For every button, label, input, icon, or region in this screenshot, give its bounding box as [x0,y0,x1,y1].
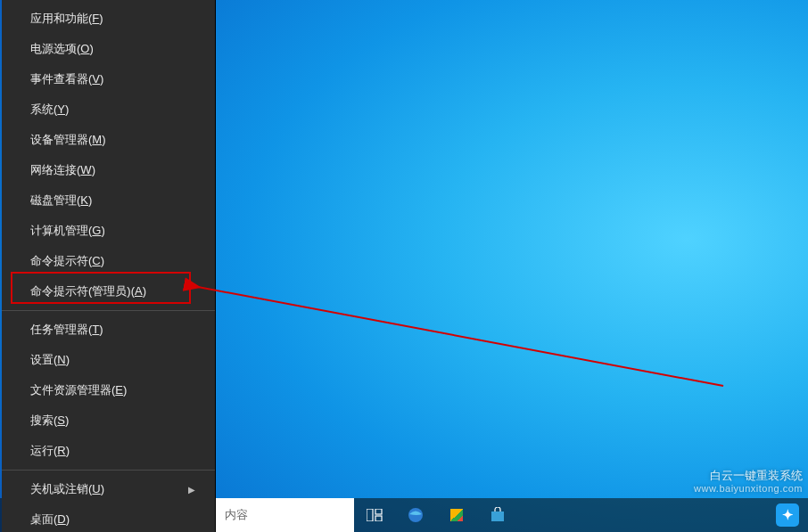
svg-rect-0 [367,509,373,521]
taskbar-tray: ✦ [772,498,808,532]
menu-item-14[interactable]: 搜索(S) [2,405,215,436]
menu-item-7[interactable]: 计算机管理(G) [2,216,215,246]
menu-item-label: 文件资源管理器(E) [30,382,127,398]
svg-point-3 [408,508,423,522]
menu-item-label: 应用和功能(F) [30,11,103,27]
menu-item-label: 任务管理器(T) [30,322,103,338]
menu-item-9[interactable]: 命令提示符(管理员)(A) [2,276,215,307]
menu-item-13[interactable]: 文件资源管理器(E) [2,375,215,405]
store-icon[interactable] [477,498,518,532]
edge-icon[interactable] [395,498,436,532]
menu-item-label: 设备管理器(M) [30,132,106,148]
menu-separator [2,310,215,311]
menu-item-2[interactable]: 事件查看器(V) [2,64,215,94]
tray-twitter-icon[interactable]: ✦ [772,498,803,532]
menu-item-label: 网络连接(W) [30,162,95,178]
menu-item-label: 桌面(D) [30,512,70,528]
watermark: 白云一键重装系统 www.baiyunxitong.com [694,469,803,495]
search-text: 内容 [225,507,248,523]
watermark-line2: www.baiyunxitong.com [694,483,803,495]
menu-item-5[interactable]: 网络连接(W) [2,155,215,185]
menu-item-0[interactable]: 应用和功能(F) [2,4,215,34]
menu-item-12[interactable]: 设置(N) [2,345,215,375]
menu-item-label: 事件查看器(V) [30,71,103,87]
menu-item-label: 设置(N) [30,352,70,368]
menu-item-17[interactable]: 关机或注销(U)▶ [2,474,215,504]
menu-item-label: 计算机管理(G) [30,223,105,239]
menu-item-label: 命令提示符(管理员)(A) [30,283,146,299]
watermark-line1: 白云一键重装系统 [694,469,803,483]
menu-item-6[interactable]: 磁盘管理(K) [2,185,215,216]
app-colored-icon[interactable] [436,498,477,532]
menu-item-15[interactable]: 运行(R) [2,436,215,466]
menu-item-1[interactable]: 电源选项(O) [2,34,215,64]
menu-item-label: 系统(Y) [30,102,69,118]
menu-item-8[interactable]: 命令提示符(C) [2,246,215,276]
menu-item-label: 关机或注销(U) [30,481,104,497]
svg-rect-2 [375,516,382,521]
menu-item-18[interactable]: 桌面(D) [2,504,215,532]
menu-item-11[interactable]: 任务管理器(T) [2,315,215,345]
menu-item-4[interactable]: 设备管理器(M) [2,125,215,155]
svg-rect-1 [375,509,382,514]
menu-item-label: 命令提示符(C) [30,253,104,269]
svg-rect-4 [491,512,504,521]
menu-separator [2,470,215,471]
taskbar-search[interactable]: 内容 [216,498,354,532]
taskbar-pinned-area [354,498,518,532]
chevron-right-icon: ▶ [188,485,195,495]
menu-item-3[interactable]: 系统(Y) [2,94,215,125]
menu-item-label: 运行(R) [30,443,70,459]
menu-item-label: 电源选项(O) [30,41,94,57]
menu-item-label: 磁盘管理(K) [30,192,92,209]
menu-item-label: 搜索(S) [30,413,69,429]
task-view-icon[interactable] [354,498,395,532]
winx-menu: 应用和功能(F)电源选项(O)事件查看器(V)系统(Y)设备管理器(M)网络连接… [2,0,216,532]
